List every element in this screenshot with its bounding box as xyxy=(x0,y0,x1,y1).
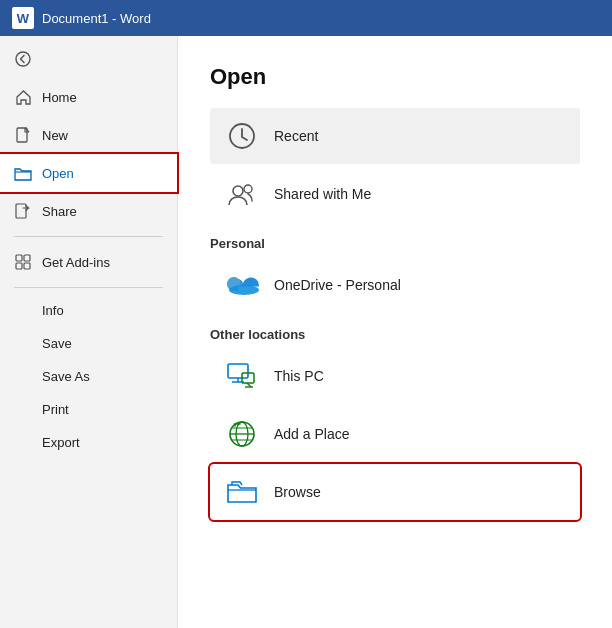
sidebar-new-label: New xyxy=(42,128,68,143)
svg-rect-2 xyxy=(16,204,26,218)
sidebar-save-label: Save xyxy=(42,336,72,351)
other-section-label: Other locations xyxy=(210,327,580,342)
sidebar-share-label: Share xyxy=(42,204,77,219)
svg-point-9 xyxy=(244,185,252,193)
svg-rect-4 xyxy=(24,255,30,261)
sidebar: Home New Open xyxy=(0,36,178,628)
home-icon xyxy=(14,88,32,106)
svg-rect-5 xyxy=(16,263,22,269)
svg-point-0 xyxy=(16,52,30,66)
option-recent[interactable]: Recent xyxy=(210,108,580,164)
sidebar-print-label: Print xyxy=(42,402,69,417)
option-shared-label: Shared with Me xyxy=(274,186,371,202)
sidebar-save-as-label: Save As xyxy=(42,369,90,384)
main-layout: Home New Open xyxy=(0,36,612,628)
sidebar-item-export[interactable]: Export xyxy=(0,426,177,459)
page-title: Open xyxy=(210,64,580,90)
folder-open-icon xyxy=(224,474,260,510)
option-onedrive[interactable]: OneDrive - Personal xyxy=(210,257,580,313)
person-icon xyxy=(224,176,260,212)
sidebar-item-print[interactable]: Print xyxy=(0,393,177,426)
sidebar-item-back[interactable] xyxy=(0,40,177,78)
sidebar-divider-1 xyxy=(14,236,163,237)
option-recent-label: Recent xyxy=(274,128,318,144)
svg-rect-3 xyxy=(16,255,22,261)
grid-icon xyxy=(14,253,32,271)
pc-icon xyxy=(224,358,260,394)
option-browse[interactable]: Browse xyxy=(210,464,580,520)
option-add-place-label: Add a Place xyxy=(274,426,350,442)
sidebar-divider-2 xyxy=(14,287,163,288)
option-this-pc-label: This PC xyxy=(274,368,324,384)
option-shared[interactable]: Shared with Me xyxy=(210,166,580,222)
personal-section-label: Personal xyxy=(210,236,580,251)
option-onedrive-label: OneDrive - Personal xyxy=(274,277,401,293)
svg-rect-11 xyxy=(228,364,248,378)
option-this-pc[interactable]: This PC xyxy=(210,348,580,404)
sidebar-item-save-as[interactable]: Save As xyxy=(0,360,177,393)
sidebar-item-save[interactable]: Save xyxy=(0,327,177,360)
sidebar-item-open[interactable]: Open xyxy=(0,154,177,192)
open-icon xyxy=(14,164,32,182)
sidebar-item-info[interactable]: Info xyxy=(0,294,177,327)
onedrive-icon xyxy=(224,267,260,303)
option-browse-label: Browse xyxy=(274,484,321,500)
titlebar: W Document1 - Word xyxy=(0,0,612,36)
globe-icon xyxy=(224,416,260,452)
option-add-place[interactable]: Add a Place xyxy=(210,406,580,462)
svg-rect-6 xyxy=(24,263,30,269)
sidebar-item-share[interactable]: Share xyxy=(0,192,177,230)
share-icon xyxy=(14,202,32,220)
content-area: Open Recent Shared with Me xyxy=(178,36,612,628)
sidebar-info-label: Info xyxy=(42,303,64,318)
sidebar-export-label: Export xyxy=(42,435,80,450)
sidebar-item-new[interactable]: New xyxy=(0,116,177,154)
back-icon xyxy=(14,50,32,68)
clock-icon xyxy=(224,118,260,154)
new-doc-icon xyxy=(14,126,32,144)
sidebar-item-get-add-ins[interactable]: Get Add-ins xyxy=(0,243,177,281)
sidebar-get-add-ins-label: Get Add-ins xyxy=(42,255,110,270)
word-logo: W xyxy=(12,7,34,29)
sidebar-open-label: Open xyxy=(42,166,74,181)
titlebar-title: Document1 - Word xyxy=(42,11,151,26)
sidebar-item-home[interactable]: Home xyxy=(0,78,177,116)
svg-point-8 xyxy=(233,186,243,196)
svg-point-10 xyxy=(229,285,259,295)
sidebar-home-label: Home xyxy=(42,90,77,105)
